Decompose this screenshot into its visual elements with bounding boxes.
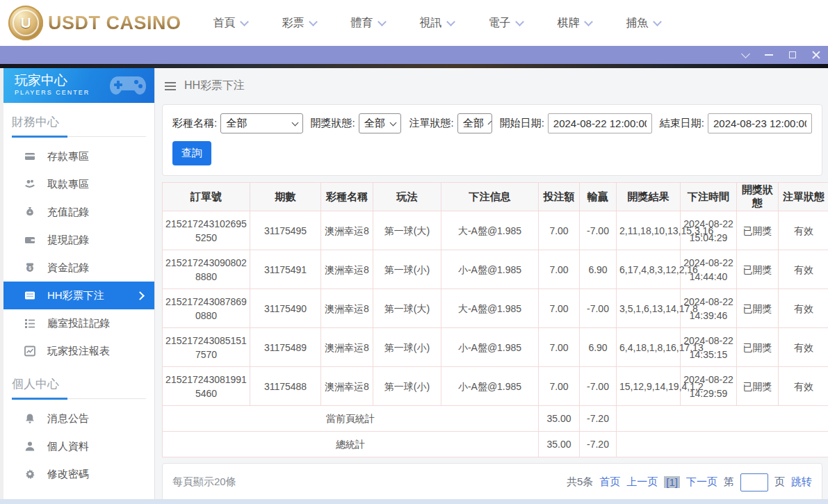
sidebar-item-個人資料[interactable]: 個人資料 — [3, 432, 154, 460]
start-date-input[interactable] — [548, 113, 652, 133]
next-page-link[interactable]: 下一页 — [686, 475, 717, 489]
sidebar-item-存款專區[interactable]: 存款專區 — [3, 143, 154, 170]
column-header: 下注信息 — [441, 183, 539, 211]
prev-page-link[interactable]: 上一页 — [626, 475, 658, 489]
order-status-select[interactable]: 全部 — [457, 113, 492, 133]
table-cell: 大-A盤@1.985 — [441, 211, 539, 250]
chevron-down-icon — [240, 17, 249, 26]
summary-winloss-total: -7.20 — [580, 406, 617, 432]
first-page-link[interactable]: 首页 — [599, 475, 620, 489]
table-cell: 澳洲幸运8 — [321, 250, 373, 289]
nav-item-label: 電子 — [489, 16, 511, 31]
table-cell: 澳洲幸运8 — [321, 328, 373, 367]
maximize-icon — [789, 51, 796, 58]
sidebar-item-取款專區[interactable]: 取款專區 — [3, 170, 154, 198]
table-cell: 第一球(小) — [373, 367, 441, 406]
sidebar-item-充值記錄[interactable]: +充值記錄 — [3, 198, 154, 226]
nav-item-label: 捕魚 — [626, 16, 649, 31]
page-jump-input[interactable] — [740, 473, 768, 491]
table-cell: 有效 — [779, 250, 828, 289]
table-header-row: 訂單號期數彩種名稱玩法下注信息投注額輸贏開獎結果下注時間開獎狀態注單狀態 — [163, 183, 828, 211]
sidebar-item-label: 充值記錄 — [47, 206, 89, 219]
sidebar-item-HH彩票下注[interactable]: HH彩票下注 — [3, 282, 154, 309]
column-header: 輸贏 — [580, 183, 617, 211]
filter-panel: 彩種名稱: 全部 開獎狀態: 全部 注單狀態: 全部 開始日期: 結束日期: 查… — [162, 104, 822, 176]
table-cell: 有效 — [779, 211, 828, 250]
end-date-label: 結束日期: — [660, 117, 704, 130]
chevron-down-icon — [584, 17, 593, 26]
table-cell: 已開獎 — [737, 211, 779, 250]
table-row: 215217243081991546031175488澳洲幸运8第一球(小)小-… — [163, 367, 828, 406]
table-cell: 已開獎 — [737, 250, 779, 289]
start-date-label: 開始日期: — [500, 117, 544, 130]
draw-status-select[interactable]: 全部 — [359, 113, 402, 133]
end-date-input[interactable] — [708, 113, 812, 133]
table-cell: 2152172430878690880 — [163, 289, 250, 328]
table-cell: 第一球(大) — [373, 289, 441, 328]
sidebar-item-資金記錄[interactable]: $資金記錄 — [3, 254, 154, 282]
sidebar-sections: 財務中心存款專區取款專區+充值記錄提現記錄$資金記錄HH彩票下注廳室投註記錄玩家… — [3, 103, 154, 499]
gamepad-icon — [108, 72, 147, 97]
jump-suffix-label: 页 — [774, 475, 785, 489]
chevron-down-icon — [741, 49, 750, 58]
table-cell: 澳洲幸运8 — [321, 289, 373, 328]
nav-item-首頁[interactable]: 首頁 — [213, 16, 247, 31]
nav-item-體育[interactable]: 體育 — [351, 16, 385, 31]
summary-label: 總統計 — [163, 432, 539, 457]
sidebar-item-修改密碼[interactable]: 修改密碼 — [3, 460, 154, 488]
lottery-name-select[interactable]: 全部 — [220, 113, 302, 133]
svg-text:$: $ — [29, 266, 31, 271]
window-close-button[interactable] — [804, 46, 828, 64]
column-header: 投注額 — [539, 183, 580, 211]
table-cell: 有效 — [779, 289, 828, 328]
chevron-down-icon — [487, 120, 492, 124]
table-cell: 大-A盤@1.985 — [441, 289, 539, 328]
current-page-indicator[interactable]: [1] — [664, 476, 680, 488]
table-cell: 31175490 — [250, 289, 321, 328]
sidebar-item-廳室投註記錄[interactable]: 廳室投註記錄 — [3, 309, 154, 337]
sidebar: 玩家中心 PLAYERS CENTER 財務中心存款專區取款專區+充值記錄提現記… — [3, 68, 155, 499]
chevron-down-icon — [390, 119, 397, 126]
table-cell: 7.00 — [539, 367, 580, 406]
lottery-name-value: 全部 — [226, 117, 247, 130]
nav-item-棋牌[interactable]: 棋牌 — [558, 16, 592, 31]
window-dropdown-button[interactable] — [733, 46, 757, 64]
lottery-name-label: 彩種名稱: — [172, 117, 217, 130]
nav-item-電子[interactable]: 電子 — [489, 16, 523, 31]
table-row: 215217243087869088031175490澳洲幸运8第一球(大)大-… — [163, 289, 828, 328]
top-navbar: U USDT CASINO 首頁彩票體育視訊電子棋牌捕魚 — [0, 0, 828, 46]
jump-button[interactable]: 跳转 — [791, 475, 812, 489]
chevron-down-icon — [653, 17, 662, 26]
table-cell: 有效 — [779, 367, 828, 406]
nav-item-視訊[interactable]: 視訊 — [420, 16, 454, 31]
summary-empty-cell — [617, 406, 828, 432]
table-cell: 31175489 — [250, 328, 321, 367]
window-minimize-button[interactable] — [757, 46, 781, 64]
nav-item-捕魚[interactable]: 捕魚 — [626, 16, 660, 31]
table-cell: 31175491 — [250, 250, 321, 289]
brand-logo: U USDT CASINO — [8, 6, 181, 40]
window-maximize-button[interactable] — [781, 46, 804, 64]
chevron-down-icon — [309, 17, 318, 26]
nav-item-label: 棋牌 — [558, 16, 580, 31]
table-cell: 15,12,9,14,19,4,1,2 — [617, 367, 681, 406]
search-button[interactable]: 查詢 — [172, 141, 211, 165]
sidebar-item-消息公告[interactable]: 消息公告 — [3, 405, 154, 432]
menu-toggle-button[interactable] — [165, 82, 176, 90]
sidebar-item-玩家投注報表[interactable]: 玩家投注報表 — [3, 337, 154, 365]
table-cell: 31175488 — [250, 367, 321, 406]
wallet-icon — [24, 234, 35, 245]
sidebar-item-提現記錄[interactable]: 提現記錄 — [3, 226, 154, 254]
summary-bet-total: 35.00 — [539, 432, 580, 457]
main-nav: 首頁彩票體育視訊電子棋牌捕魚 — [213, 16, 660, 31]
table-cell: 澳洲幸运8 — [321, 211, 373, 250]
summary-bet-total: 35.00 — [539, 406, 580, 432]
nav-item-彩票[interactable]: 彩票 — [282, 16, 316, 31]
bottom-strip — [0, 499, 828, 504]
table-row: 215217243085151757031175489澳洲幸运8第一球(小)小-… — [163, 328, 828, 367]
sidebar-item-label: 個人資料 — [47, 440, 89, 453]
table-cell: -7.00 — [580, 289, 617, 328]
person-icon — [24, 441, 35, 452]
order-status-value: 全部 — [463, 117, 484, 130]
deposit-card-icon — [24, 151, 35, 162]
